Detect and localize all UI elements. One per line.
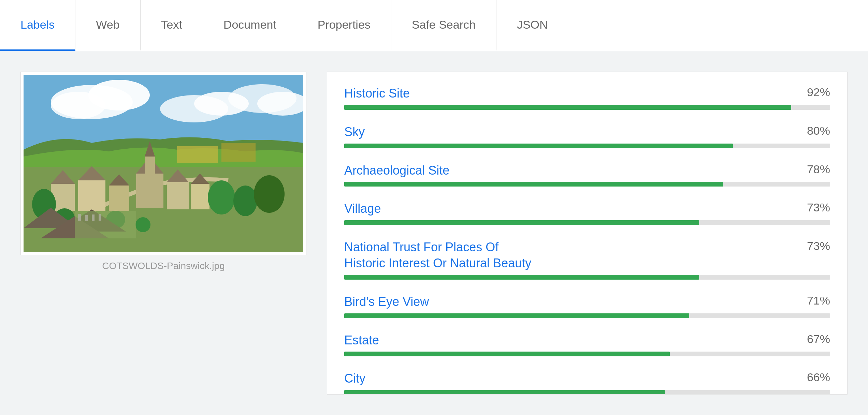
tabs-bar: LabelsWebTextDocumentPropertiesSafe Sear… bbox=[0, 0, 868, 51]
tab-json[interactable]: JSON bbox=[496, 0, 568, 51]
svg-point-32 bbox=[233, 186, 257, 216]
svg-point-33 bbox=[254, 175, 285, 213]
tab-text[interactable]: Text bbox=[141, 0, 203, 51]
label-item-3: Village73% bbox=[344, 201, 830, 225]
image-container bbox=[20, 72, 306, 255]
label-item-1: Sky80% bbox=[344, 124, 830, 148]
progress-bar-fill-2 bbox=[344, 182, 723, 187]
app-container: LabelsWebTextDocumentPropertiesSafe Sear… bbox=[0, 0, 868, 415]
progress-bar-bg-1 bbox=[344, 144, 830, 148]
svg-rect-40 bbox=[92, 214, 95, 221]
svg-rect-17 bbox=[136, 174, 163, 208]
tab-document[interactable]: Document bbox=[203, 0, 297, 51]
label-percent-1: 80% bbox=[807, 124, 830, 137]
label-item-6: Estate67% bbox=[344, 332, 830, 357]
tab-web[interactable]: Web bbox=[75, 0, 140, 51]
svg-rect-39 bbox=[85, 215, 88, 221]
tab-labels[interactable]: Labels bbox=[0, 0, 75, 51]
label-percent-4: 73% bbox=[807, 239, 830, 253]
progress-bar-fill-4 bbox=[344, 275, 699, 280]
progress-bar-bg-3 bbox=[344, 220, 830, 225]
svg-rect-8 bbox=[177, 146, 218, 163]
svg-rect-41 bbox=[99, 214, 101, 221]
label-item-4: National Trust For Places Of Historic In… bbox=[344, 239, 830, 280]
label-name-7: City bbox=[344, 371, 365, 387]
svg-rect-23 bbox=[191, 184, 209, 209]
label-name-0: Historic Site bbox=[344, 86, 410, 102]
svg-rect-21 bbox=[167, 182, 189, 209]
label-percent-2: 78% bbox=[807, 163, 830, 176]
tab-safe-search[interactable]: Safe Search bbox=[391, 0, 496, 51]
image-section: COTSWOLDS-Painswick.jpg bbox=[20, 72, 306, 395]
progress-bar-fill-1 bbox=[344, 144, 733, 148]
label-percent-6: 67% bbox=[807, 332, 830, 346]
svg-rect-19 bbox=[145, 157, 155, 177]
progress-bar-fill-7 bbox=[344, 390, 665, 395]
progress-bar-bg-5 bbox=[344, 313, 830, 318]
progress-bar-fill-0 bbox=[344, 105, 791, 110]
svg-rect-13 bbox=[78, 180, 105, 211]
progress-bar-fill-5 bbox=[344, 313, 689, 318]
label-name-6: Estate bbox=[344, 332, 379, 349]
label-name-3: Village bbox=[344, 201, 381, 217]
results-section[interactable]: Historic Site92%Sky80%Archaeological Sit… bbox=[327, 72, 848, 395]
label-percent-3: 73% bbox=[807, 201, 830, 214]
label-percent-5: 71% bbox=[807, 294, 830, 307]
label-percent-0: 92% bbox=[807, 86, 830, 99]
tab-properties[interactable]: Properties bbox=[297, 0, 391, 51]
label-name-4: National Trust For Places Of Historic In… bbox=[344, 239, 531, 271]
svg-rect-37 bbox=[75, 211, 136, 238]
progress-bar-bg-2 bbox=[344, 182, 830, 187]
progress-bar-bg-7 bbox=[344, 390, 830, 395]
label-item-2: Archaeological Site78% bbox=[344, 163, 830, 187]
label-name-5: Bird's Eye View bbox=[344, 294, 429, 310]
label-item-5: Bird's Eye View71% bbox=[344, 294, 830, 318]
svg-point-31 bbox=[208, 180, 235, 214]
svg-rect-15 bbox=[109, 186, 129, 211]
progress-bar-fill-3 bbox=[344, 220, 699, 225]
progress-bar-bg-0 bbox=[344, 105, 830, 110]
progress-bar-fill-6 bbox=[344, 352, 670, 356]
label-item-7: City66% bbox=[344, 371, 830, 395]
svg-point-28 bbox=[135, 217, 150, 232]
svg-point-3 bbox=[51, 92, 105, 119]
progress-bar-bg-6 bbox=[344, 352, 830, 356]
progress-bar-bg-4 bbox=[344, 275, 830, 280]
image-caption: COTSWOLDS-Painswick.jpg bbox=[102, 261, 225, 271]
label-name-1: Sky bbox=[344, 124, 365, 140]
label-item-0: Historic Site92% bbox=[344, 86, 830, 110]
svg-rect-38 bbox=[78, 214, 81, 221]
svg-rect-9 bbox=[221, 143, 256, 162]
main-content: COTSWOLDS-Painswick.jpg Historic Site92%… bbox=[0, 51, 868, 415]
label-percent-7: 66% bbox=[807, 371, 830, 384]
label-name-2: Archaeological Site bbox=[344, 163, 449, 179]
